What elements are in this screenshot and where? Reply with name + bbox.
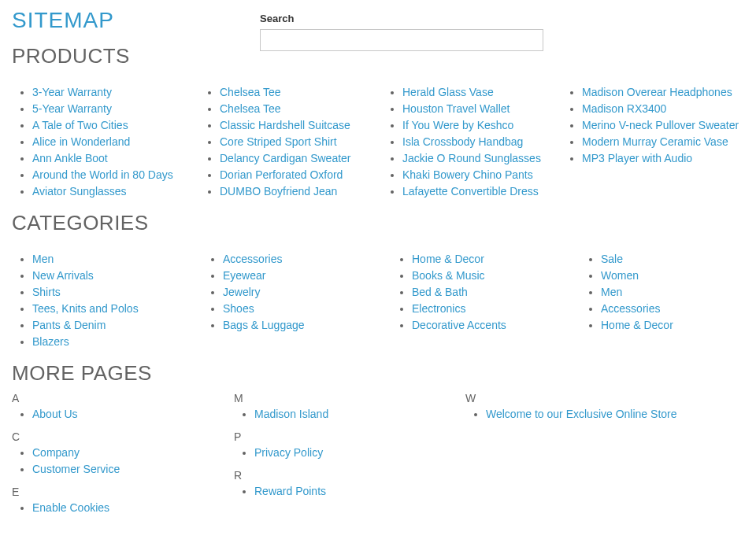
product-link[interactable]: Dorian Perforated Oxford [220, 168, 343, 181]
product-link[interactable]: Isla Crossbody Handbag [402, 135, 523, 148]
product-link[interactable]: Ann Ankle Boot [32, 152, 108, 164]
categories-col-3: Home & DecorBooks & MusicBed & BathElect… [391, 251, 580, 350]
list-item: Decorative Accents [412, 317, 580, 334]
list-item: Shoes [223, 301, 391, 317]
letter-heading: E [12, 486, 234, 498]
list-item: Chelsea Tee [220, 84, 382, 101]
categories-col-1: MenNew ArrivalsShirtsTees, Knits and Pol… [12, 251, 202, 350]
product-link[interactable]: Chelsea Tee [220, 102, 281, 115]
more-pages-col-3: WWelcome to our Exclusive Online Store [465, 389, 756, 524]
letter-heading: R [234, 469, 465, 482]
list-item: New Arrivals [32, 268, 202, 284]
list-item: Privacy Policy [254, 445, 465, 461]
product-link[interactable]: Modern Murray Ceramic Vase [582, 135, 728, 148]
list-item: About Us [32, 406, 234, 423]
list-item: Eyewear [223, 268, 391, 284]
category-link[interactable]: Men [32, 253, 54, 265]
product-link[interactable]: Merino V-neck Pullover Sweater [582, 119, 739, 131]
list-item: Sale [601, 251, 756, 268]
more-page-link[interactable]: About Us [32, 408, 78, 420]
category-link[interactable]: Shoes [223, 302, 254, 315]
more-page-link[interactable]: Welcome to our Exclusive Online Store [486, 408, 677, 420]
product-link[interactable]: Chelsea Tee [220, 86, 281, 98]
product-link[interactable]: Lafayette Convertible Dress [402, 185, 539, 198]
more-page-link[interactable]: Enable Cookies [32, 501, 109, 514]
list-item: Madison Overear Headphones [582, 84, 749, 101]
more-pages-col-1: AAbout UsCCompanyCustomer ServiceEEnable… [12, 389, 234, 524]
categories-heading: CATEGORIES [12, 211, 744, 235]
more-page-link[interactable]: Madison Island [254, 408, 328, 420]
category-link[interactable]: Men [601, 286, 622, 298]
category-link[interactable]: Shirts [32, 286, 61, 298]
list-item: Ann Ankle Boot [32, 150, 199, 167]
category-link[interactable]: Books & Music [412, 269, 485, 282]
product-link[interactable]: MP3 Player with Audio [582, 152, 692, 164]
category-link[interactable]: Blazers [32, 335, 69, 348]
product-link[interactable]: Alice in Wonderland [32, 135, 130, 148]
letter-heading: C [12, 430, 234, 443]
search-input[interactable] [260, 29, 543, 51]
list-item: Delancy Cardigan Sweater [220, 150, 382, 167]
product-link[interactable]: Houston Travel Wallet [402, 102, 510, 115]
category-link[interactable]: Sale [601, 253, 623, 265]
category-link[interactable]: Accessories [223, 253, 282, 265]
product-link[interactable]: Madison Overear Headphones [582, 86, 732, 98]
category-link[interactable]: Pants & Denim [32, 319, 106, 331]
product-link[interactable]: Jackie O Round Sunglasses [402, 152, 541, 164]
product-link[interactable]: 5-Year Warranty [32, 102, 112, 115]
products-col-2: Chelsea TeeChelsea TeeClassic Hardshell … [199, 84, 382, 200]
product-link[interactable]: A Tale of Two Cities [32, 119, 128, 131]
list-item: Tees, Knits and Polos [32, 301, 202, 317]
list-item: Lafayette Convertible Dress [402, 183, 561, 200]
product-link[interactable]: Core Striped Sport Shirt [220, 135, 337, 148]
category-link[interactable]: Home & Decor [412, 253, 484, 265]
product-link[interactable]: Classic Hardshell Suitcase [220, 119, 350, 131]
product-link[interactable]: If You Were by Keshco [402, 119, 513, 131]
product-link[interactable]: Khaki Bowery Chino Pants [402, 168, 533, 181]
list-item: Welcome to our Exclusive Online Store [486, 406, 756, 423]
list-item: 3-Year Warranty [32, 84, 199, 101]
list-item: A Tale of Two Cities [32, 117, 199, 134]
search-label: Search [260, 13, 543, 24]
category-link[interactable]: Bed & Bath [412, 286, 468, 298]
list-item: Reward Points [254, 483, 465, 500]
list-item: Accessories [601, 301, 756, 317]
more-page-link[interactable]: Privacy Policy [254, 446, 323, 459]
list-item: Aviator Sunglasses [32, 183, 199, 200]
letter-heading: P [234, 430, 465, 443]
product-link[interactable]: Delancy Cardigan Sweater [220, 152, 351, 164]
more-pages-heading: MORE PAGES [12, 361, 744, 386]
list-item: Alice in Wonderland [32, 134, 199, 150]
list-item: Around the World in 80 Days [32, 167, 199, 183]
list-item: Bed & Bath [412, 284, 580, 301]
list-item: Jewelry [223, 284, 391, 301]
category-link[interactable]: Decorative Accents [412, 319, 506, 331]
product-link[interactable]: Herald Glass Vase [402, 86, 494, 98]
product-link[interactable]: Around the World in 80 Days [32, 168, 173, 181]
more-page-link[interactable]: Customer Service [32, 463, 120, 475]
category-link[interactable]: Accessories [601, 302, 660, 315]
category-link[interactable]: Jewelry [223, 286, 260, 298]
category-link[interactable]: Electronics [412, 302, 465, 315]
list-item: Khaki Bowery Chino Pants [402, 167, 561, 183]
category-link[interactable]: Eyewear [223, 269, 265, 282]
category-link[interactable]: Home & Decor [601, 319, 673, 331]
category-link[interactable]: New Arrivals [32, 269, 94, 282]
more-page-link[interactable]: Company [32, 446, 80, 459]
letter-heading: A [12, 392, 234, 404]
product-link[interactable]: 3-Year Warranty [32, 86, 112, 98]
products-columns: 3-Year Warranty5-Year WarrantyA Tale of … [12, 84, 744, 200]
category-link[interactable]: Women [601, 269, 639, 282]
list-item: Blazers [32, 334, 202, 350]
list-item: Dorian Perforated Oxford [220, 167, 382, 183]
product-link[interactable]: Madison RX3400 [582, 102, 666, 115]
category-link[interactable]: Bags & Luggage [223, 319, 305, 331]
product-link[interactable]: DUMBO Boyfriend Jean [220, 185, 337, 198]
list-item: DUMBO Boyfriend Jean [220, 183, 382, 200]
category-link[interactable]: Tees, Knits and Polos [32, 302, 139, 315]
list-item: Core Striped Sport Shirt [220, 134, 382, 150]
more-pages-columns: AAbout UsCCompanyCustomer ServiceEEnable… [12, 389, 744, 524]
more-page-link[interactable]: Reward Points [254, 485, 326, 497]
product-link[interactable]: Aviator Sunglasses [32, 185, 127, 198]
list-item: Books & Music [412, 268, 580, 284]
